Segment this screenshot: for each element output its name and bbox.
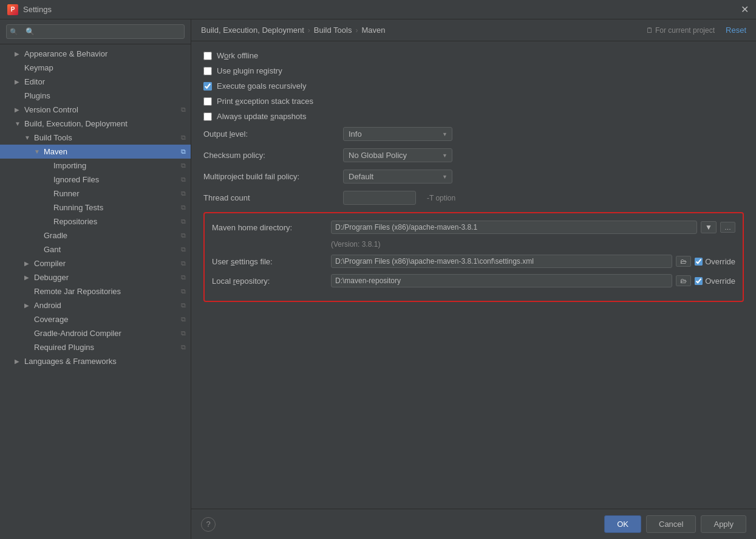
user-settings-browse-button[interactable]: 🗁 xyxy=(676,256,691,267)
copy-icon: ⧉ xyxy=(181,232,186,239)
sidebar-item-debugger[interactable]: ▶ Debugger ⧉ xyxy=(0,270,191,284)
form-row-checksum-policy: Checksum policy: No Global Policy Fail W… xyxy=(203,148,744,162)
user-settings-input[interactable] xyxy=(331,255,672,268)
sidebar-item-label: Gradle-Android Compiler xyxy=(34,329,179,338)
output-level-select[interactable]: Info Debug Warn Error xyxy=(343,127,452,141)
bottom-bar: ? OK Cancel Apply xyxy=(191,509,756,539)
breadcrumb-separator-1: › xyxy=(308,26,310,35)
sidebar-item-plugins[interactable]: Plugins xyxy=(0,89,191,103)
sidebar-item-runner[interactable]: Runner ⧉ xyxy=(0,187,191,201)
local-repository-input[interactable] xyxy=(331,274,672,287)
apply-button[interactable]: Apply xyxy=(701,515,746,533)
print-exception-label: Print exception stack traces xyxy=(217,97,313,106)
t-option-label: -T option xyxy=(427,194,455,202)
sidebar-item-ignored-files[interactable]: Ignored Files ⧉ xyxy=(0,173,191,187)
app-icon: P xyxy=(7,4,18,15)
copy-icon: ⧉ xyxy=(181,176,186,184)
copy-icon: ⧉ xyxy=(181,301,186,309)
sidebar-item-running-tests[interactable]: Running Tests ⧉ xyxy=(0,201,191,215)
sidebar-item-editor[interactable]: ▶ Editor xyxy=(0,75,191,89)
sidebar-item-repositories[interactable]: Repositories ⧉ xyxy=(0,215,191,228)
breadcrumb-part-1: Build, Execution, Deployment xyxy=(201,26,304,35)
sidebar-item-label: Repositories xyxy=(53,217,179,226)
sidebar-item-label: Compiler xyxy=(34,259,179,268)
multiproject-policy-select-wrapper: Default Fail At End Fail Fast Never Fail xyxy=(343,170,452,184)
local-repository-label: Local repository: xyxy=(212,276,327,286)
arrow-icon: ▶ xyxy=(15,358,24,365)
sidebar-item-keymap[interactable]: Keymap xyxy=(0,61,191,75)
copy-icon: ⧉ xyxy=(181,162,186,170)
local-repository-override-row: Override xyxy=(695,276,735,286)
maven-home-browse-button[interactable]: … xyxy=(720,222,735,233)
checkbox-row-plugin-registry: Use plugin registry xyxy=(203,66,744,75)
sidebar-item-label: Debugger xyxy=(34,273,179,282)
sidebar-item-coverage[interactable]: Coverage ⧉ xyxy=(0,312,191,326)
sidebar-item-android[interactable]: ▶ Android ⧉ xyxy=(0,298,191,312)
form-row-output-level: Output level: Info Debug Warn Error xyxy=(203,127,744,141)
sidebar-item-version-control[interactable]: ▶ Version Control ⧉ xyxy=(0,103,191,117)
execute-goals-checkbox[interactable] xyxy=(203,82,212,91)
output-level-label: Output level: xyxy=(203,129,337,139)
sidebar-item-compiler[interactable]: ▶ Compiler ⧉ xyxy=(0,256,191,270)
sidebar-item-languages-frameworks[interactable]: ▶ Languages & Frameworks xyxy=(0,354,191,368)
breadcrumb-current: Maven xyxy=(361,26,385,35)
sidebar-item-label: Coverage xyxy=(34,315,179,324)
work-offline-checkbox[interactable] xyxy=(203,52,212,60)
user-settings-override-checkbox[interactable] xyxy=(695,258,703,266)
user-settings-row: User settings file: 🗁 Override xyxy=(212,255,735,268)
reset-button[interactable]: Reset xyxy=(726,26,746,35)
checkbox-row-work-offline: Work offline xyxy=(203,51,744,60)
copy-icon: ⧉ xyxy=(181,273,186,281)
local-repository-override-checkbox[interactable] xyxy=(695,277,703,285)
window-title: Settings xyxy=(23,5,52,14)
copy-icon: ⧉ xyxy=(181,315,186,323)
sidebar-item-required-plugins[interactable]: Required Plugins ⧉ xyxy=(0,340,191,354)
sidebar-item-label: Runner xyxy=(53,189,179,198)
sidebar-item-gradle-android-compiler[interactable]: Gradle-Android Compiler ⧉ xyxy=(0,326,191,340)
ok-button[interactable]: OK xyxy=(604,515,641,533)
sidebar-tree: ▶ Appearance & Behavior Keymap ▶ Editor … xyxy=(0,44,191,539)
form-row-multiproject-policy: Multiproject build fail policy: Default … xyxy=(203,170,744,184)
always-update-checkbox[interactable] xyxy=(203,112,212,121)
checkbox-row-print-exception: Print exception stack traces xyxy=(203,97,744,106)
sidebar-item-appearance-behavior[interactable]: ▶ Appearance & Behavior xyxy=(0,47,191,61)
search-input[interactable] xyxy=(6,24,185,39)
copy-icon: ⧉ xyxy=(181,259,186,267)
output-level-select-wrapper: Info Debug Warn Error xyxy=(343,127,452,141)
local-repository-override-label: Override xyxy=(705,276,735,286)
checksum-policy-select[interactable]: No Global Policy Fail Warn Ignore xyxy=(343,148,452,162)
arrow-icon: ▶ xyxy=(24,302,34,309)
local-repository-browse-button[interactable]: 🗁 xyxy=(676,275,691,286)
maven-home-input[interactable] xyxy=(331,221,697,234)
sidebar-item-remote-jar[interactable]: Remote Jar Repositories ⧉ xyxy=(0,284,191,298)
user-settings-label: User settings file: xyxy=(212,257,327,266)
help-button[interactable]: ? xyxy=(201,517,216,532)
arrow-icon: ▼ xyxy=(15,120,24,127)
sidebar-item-gant[interactable]: Gant ⧉ xyxy=(0,242,191,256)
print-exception-checkbox[interactable] xyxy=(203,97,212,106)
close-icon[interactable]: ✕ xyxy=(741,4,749,15)
copy-icon: ⧉ xyxy=(181,106,186,114)
thread-count-input[interactable] xyxy=(343,191,416,205)
plugin-registry-checkbox[interactable] xyxy=(203,67,212,75)
local-repository-row: Local repository: 🗁 Override xyxy=(212,274,735,287)
sidebar-item-label: Gant xyxy=(44,245,179,254)
always-update-label: Always update snapshots xyxy=(217,112,306,121)
sidebar-item-label: Plugins xyxy=(24,91,186,100)
sidebar-item-importing[interactable]: Importing ⧉ xyxy=(0,159,191,173)
sidebar-item-build-tools[interactable]: ▼ Build Tools ⧉ xyxy=(0,131,191,145)
sidebar-item-label: Ignored Files xyxy=(53,175,179,184)
maven-home-dropdown-button[interactable]: ▼ xyxy=(701,221,717,233)
cancel-button[interactable]: Cancel xyxy=(646,515,696,533)
multiproject-policy-select[interactable]: Default Fail At End Fail Fast Never Fail xyxy=(343,170,452,184)
sidebar-item-build-execution-deployment[interactable]: ▼ Build, Execution, Deployment xyxy=(0,117,191,131)
copy-icon: ⧉ xyxy=(181,190,186,197)
sidebar-item-label: Build, Execution, Deployment xyxy=(24,119,186,128)
sidebar-item-label: Android xyxy=(34,301,179,310)
sidebar-item-label: Editor xyxy=(24,77,186,86)
sidebar-item-gradle[interactable]: Gradle ⧉ xyxy=(0,228,191,242)
arrow-icon: ▶ xyxy=(24,274,34,281)
sidebar-item-maven[interactable]: ▼ Maven ⧉ xyxy=(0,145,191,159)
user-settings-override-label: Override xyxy=(705,257,735,266)
user-settings-override-row: Override xyxy=(695,257,735,266)
